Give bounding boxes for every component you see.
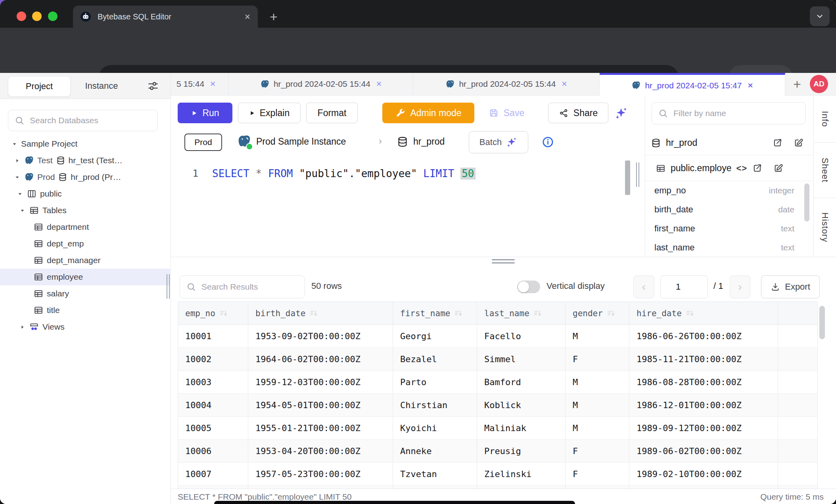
side-tab-history[interactable]: History [814,198,836,257]
table-cell[interactable]: Maliniak [477,417,566,440]
edit-icon[interactable] [793,137,804,148]
table-row[interactable]: 100061953-04-20T00:00:00ZAnnekePreusigF1… [178,440,818,463]
table-cell[interactable]: M [566,325,629,348]
database-search-input[interactable] [29,115,157,126]
table-row[interactable]: 100011953-09-02T00:00:00ZGeorgiFacelloM1… [178,325,818,348]
table-cell[interactable]: Parto [393,371,477,394]
results-resize-handle[interactable] [492,262,515,263]
tab-close-icon[interactable]: ✕ [561,80,567,88]
table-cell[interactable]: Chirstian [393,394,477,417]
table-cell[interactable]: 10005 [178,417,248,440]
tab-close-icon[interactable]: ✕ [376,80,382,88]
column-row[interactable]: birth_datedate [645,200,804,219]
run-button[interactable]: Run [178,103,232,123]
tree-item-dept-manager[interactable]: dept_manager [0,252,170,269]
table-cell[interactable]: Anneke [393,440,477,463]
tree-item-sample-project[interactable]: Sample Project [0,136,170,152]
tree-item-department[interactable]: department [0,219,170,235]
column-header-first_name[interactable]: first_name [393,302,477,325]
table-cell[interactable]: 1955-01-21T00:00:00Z [248,417,393,440]
new-query-tab-button[interactable]: + [788,73,806,95]
tree-item-test[interactable]: Testhr_test (Test… [0,152,170,169]
table-cell[interactable]: Tzvetan [393,463,477,486]
column-header-hire_date[interactable]: hire_date [629,302,778,325]
share-button[interactable]: Share [548,103,608,123]
tree-item-employee[interactable]: employee [0,269,170,285]
table-cell[interactable]: M [566,417,629,440]
admin-mode-button[interactable]: Admin mode [382,103,474,123]
panel-resize-handle[interactable] [639,162,639,187]
new-tab-button[interactable]: + [264,7,283,26]
table-cell[interactable]: 1986-06-26T00:00:00Z [629,325,778,348]
column-header-gender[interactable]: gender [566,302,629,325]
vertical-display-toggle[interactable] [517,281,540,293]
table-cell[interactable]: Koblick [477,394,566,417]
table-row[interactable]: 100021964-06-02T00:00:00ZBezalelSimmelF1… [178,348,818,371]
external-link-icon[interactable] [752,163,763,174]
tab-close-icon[interactable]: ✕ [747,81,753,90]
table-cell[interactable]: 1964-06-02T00:00:00Z [248,348,393,371]
editor-tab-4[interactable]: hr_prod 2024-02-05 15:47✕ [600,73,785,96]
column-row[interactable]: last_nametext [645,238,804,257]
tree-item-views[interactable]: Views [0,319,170,335]
tree-item-prod[interactable]: Prodhr_prod (Pr… [0,169,170,185]
side-tab-info[interactable]: Info [814,95,836,143]
results-search[interactable] [180,275,305,298]
editor-scrollbar[interactable] [625,160,630,195]
editor-tab-3[interactable]: hr_prod 2024-02-05 15:44✕ [413,73,600,95]
table-cell[interactable]: 1985-11-21T00:00:00Z [629,348,778,371]
table-cell[interactable]: 1989-09-12T00:00:00Z [629,417,778,440]
table-row[interactable]: 100051955-01-21T00:00:00ZKyoichiMaliniak… [178,417,818,440]
table-cell[interactable]: 10007 [178,463,248,486]
table-cell[interactable]: 1986-12-01T00:00:00Z [629,394,778,417]
table-cell[interactable]: 1953-04-20T00:00:00Z [248,440,393,463]
column-header-last_name[interactable]: last_name [477,302,566,325]
sidebar-resize-handle[interactable] [167,274,167,299]
prev-page-button[interactable]: ‹ [633,275,654,298]
breadcrumb-instance[interactable]: Prod Sample Instance [256,136,346,147]
edit-icon[interactable] [773,163,784,174]
database-search[interactable] [8,110,158,131]
results-search-input[interactable] [201,282,305,292]
table-cell[interactable]: 1989-02-10T00:00:00Z [629,463,778,486]
table-cell[interactable]: 10003 [178,371,248,394]
format-button[interactable]: Format [306,103,358,123]
export-button[interactable]: Export [761,275,820,298]
tab-instance[interactable]: Instance [78,76,125,96]
panel-resize-handle[interactable] [636,162,637,187]
explain-button[interactable]: Explain [238,103,301,123]
tab-close-icon[interactable]: ✕ [244,12,251,21]
editor-tab-2[interactable]: hr_prod 2024-02-05 15:44✕ [229,73,413,95]
external-link-icon[interactable] [772,137,783,148]
ai-sparkles-icon[interactable] [614,106,628,120]
tree-item-tables[interactable]: Tables [0,202,170,219]
tab-project[interactable]: Project [8,76,71,97]
table-cell[interactable]: 1959-12-03T00:00:00Z [248,371,393,394]
browser-tab[interactable]: Bytebase SQL Editor ✕ [73,6,258,28]
table-cell[interactable]: M [566,394,629,417]
table-row[interactable]: 100071957-05-23T00:00:00ZTzvetanZielinsk… [178,463,818,486]
next-page-button[interactable]: › [730,275,750,298]
table-cell[interactable]: Preusig [477,440,566,463]
column-row[interactable]: first_nametext [645,219,804,238]
table-cell[interactable]: Kyoichi [393,417,477,440]
window-minimize-button[interactable] [32,11,42,21]
side-tab-sheet[interactable]: Sheet [814,143,836,198]
schema-filter-input[interactable] [673,108,805,118]
column-header-birth_date[interactable]: birth_date [248,302,393,325]
table-cell[interactable]: F [566,463,629,486]
table-cell[interactable]: F [566,348,629,371]
page-number-input[interactable] [660,275,708,298]
table-cell[interactable]: Simmel [477,348,566,371]
tree-item-dept-emp[interactable]: dept_emp [0,235,170,252]
editor-tab-1[interactable]: 5 15:44✕ [171,73,229,95]
schema-filter[interactable] [652,102,806,124]
table-cell[interactable]: 1957-05-23T00:00:00Z [248,463,393,486]
table-cell[interactable]: 1953-09-02T00:00:00Z [248,325,393,348]
save-button[interactable]: Save [481,103,532,123]
column-row[interactable]: emp_nointeger [645,181,804,200]
tab-close-icon[interactable]: ✕ [210,80,216,88]
table-cell[interactable]: F [566,440,629,463]
code-icon[interactable]: <> [736,163,747,174]
tree-item-title[interactable]: title [0,302,170,319]
